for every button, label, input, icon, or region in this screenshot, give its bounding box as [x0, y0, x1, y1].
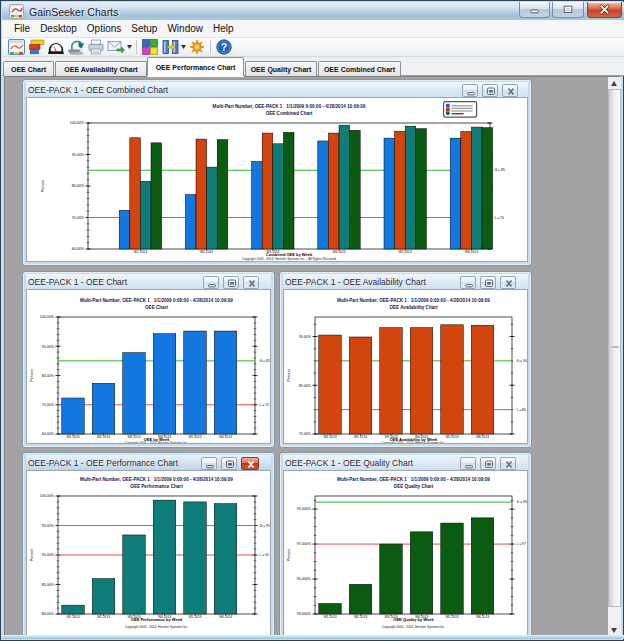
child-minimize-button[interactable]	[462, 84, 478, 97]
svg-text:95.00%: 95.00%	[299, 335, 312, 339]
svg-text:OEE Performance by Week: OEE Performance by Week	[131, 617, 183, 622]
child-minimize-button[interactable]	[201, 457, 217, 470]
child-window-titlebar[interactable]: OEE-PACK 1 - OEE Availability Chart	[283, 274, 528, 289]
menu-help[interactable]: Help	[208, 21, 239, 36]
send-mail-dropdown-caret[interactable]	[126, 38, 133, 56]
child-close-button[interactable]	[243, 276, 259, 289]
tab-oee-availability-chart[interactable]: OEE Availability Chart	[55, 61, 147, 76]
child-maximize-button[interactable]	[480, 276, 496, 289]
switch-window-dropdown-caret[interactable]	[180, 38, 187, 56]
svg-text:W2 2013: W2 2013	[200, 250, 213, 254]
maximize-button[interactable]	[552, 2, 584, 18]
child-maximize-button[interactable]	[480, 457, 496, 470]
svg-text:Multi-Part Number, OEE-PACK 1: Multi-Part Number, OEE-PACK 1 1/1/2009 0…	[337, 477, 490, 482]
child-maximize-button[interactable]	[221, 457, 237, 470]
svg-text:W6 2013: W6 2013	[465, 250, 478, 254]
desktop-lamp-icon[interactable]	[66, 38, 86, 56]
child-minimize-button[interactable]	[460, 276, 476, 289]
child-minimize-button[interactable]	[460, 457, 476, 470]
child-window-oee-chart[interactable]: OEE-PACK 1 - OEE Chart Multi-Part Number…	[22, 271, 275, 448]
svg-text:G = 85: G = 85	[260, 359, 270, 363]
svg-text:Percent: Percent	[30, 369, 34, 381]
chart-report-icon[interactable]	[6, 38, 26, 56]
menu-desktop[interactable]: Desktop	[35, 21, 82, 36]
scroll-grip	[611, 346, 619, 348]
tab-oee-performance-chart[interactable]: OEE Performance Chart	[147, 57, 244, 76]
svg-text:70.00%: 70.00%	[42, 403, 55, 407]
svg-text:OEE Chart: OEE Chart	[145, 305, 168, 310]
child-maximize-button[interactable]	[482, 84, 498, 97]
down-arrow-icon	[611, 628, 617, 633]
child-window-titlebar[interactable]: OEE-PACK 1 - OEE Combined Chart	[26, 82, 528, 97]
child-window-oee-combined-chart[interactable]: OEE-PACK 1 - OEE Combined Chart Multi-Pa…	[22, 79, 532, 266]
child-window-title: OEE-PACK 1 - OEE Quality Chart	[285, 458, 413, 468]
toolbar: ?	[2, 38, 624, 57]
toolbar-separator	[136, 40, 137, 54]
help-icon[interactable]: ?	[214, 38, 234, 56]
child-window-oee-quality-chart[interactable]: OEE-PACK 1 - OEE Quality Chart Multi-Par…	[279, 452, 532, 637]
child-close-button[interactable]	[500, 457, 516, 470]
svg-text:OEE Quality by Week: OEE Quality by Week	[393, 617, 434, 622]
switch-window-icon[interactable]	[160, 38, 180, 56]
child-close-button[interactable]	[502, 84, 518, 97]
svg-text:OEE Quality Chart: OEE Quality Chart	[394, 484, 434, 489]
svg-text:75.00%: 75.00%	[299, 432, 312, 436]
child-window-titlebar[interactable]: OEE-PACK 1 - OEE Chart	[26, 274, 271, 289]
app-titlebar[interactable]: GainSeeker Charts	[2, 2, 624, 21]
svg-text:L = 80: L = 80	[517, 408, 527, 412]
menu-window[interactable]: Window	[162, 21, 208, 36]
svg-text:OEE Availability Chart: OEE Availability Chart	[389, 305, 438, 310]
svg-text:W5 2013: W5 2013	[399, 250, 412, 254]
menu-setup[interactable]: Setup	[126, 21, 162, 36]
tab-oee-chart[interactable]: OEE Chart	[3, 61, 54, 76]
oee-performance-chart-canvas: Multi-Part Number, OEE-PACK 1 1/1/2009 0…	[26, 470, 271, 637]
mdi-client-area: OEE-PACK 1 - OEE Combined Chart Multi-Pa…	[4, 76, 621, 637]
svg-text:60.00%: 60.00%	[72, 247, 85, 251]
print-icon[interactable]	[86, 38, 106, 56]
child-minimize-button[interactable]	[203, 276, 219, 289]
svg-text:100.00%: 100.00%	[40, 315, 55, 319]
tab-oee-combined-chart[interactable]: OEE Combined Chart	[318, 61, 401, 76]
svg-text:85.00%: 85.00%	[42, 583, 55, 587]
svg-text:W2 2013: W2 2013	[354, 435, 367, 439]
child-window-titlebar[interactable]: OEE-PACK 1 - OEE Quality Chart	[283, 455, 528, 470]
svg-text:Copyright 2000 - 2014, Hertzle: Copyright 2000 - 2014, Hertzler Systems …	[125, 625, 189, 629]
svg-text:OEE Performance Chart: OEE Performance Chart	[130, 484, 183, 489]
svg-text:G = 85: G = 85	[495, 168, 505, 172]
child-window-titlebar[interactable]: OEE-PACK 1 - OEE Performance Chart	[26, 455, 271, 470]
window-bottom-frame	[2, 635, 624, 639]
close-button[interactable]	[587, 2, 622, 18]
svg-text:Multi-Part Number, OEE-PACK 1: Multi-Part Number, OEE-PACK 1 1/1/2009 0…	[213, 104, 366, 109]
svg-text:G = 99.4: G = 99.4	[517, 500, 528, 504]
vertical-scrollbar[interactable]	[608, 77, 621, 636]
menu-file[interactable]: File	[9, 21, 35, 36]
svg-text:Percent: Percent	[287, 549, 291, 561]
minimize-button[interactable]	[519, 2, 550, 18]
svg-text:Multi-Part Number, OEE-PACK 1: Multi-Part Number, OEE-PACK 1 1/1/2009 0…	[80, 298, 233, 303]
child-window-controls	[462, 84, 518, 97]
child-close-button[interactable]	[241, 457, 259, 470]
child-window-title: OEE-PACK 1 - OEE Availability Chart	[285, 277, 426, 287]
svg-text:W1 2013: W1 2013	[134, 250, 147, 254]
child-close-button[interactable]	[500, 276, 516, 289]
child-maximize-button[interactable]	[223, 276, 239, 289]
child-window-oee-availability-chart[interactable]: OEE-PACK 1 - OEE Availability Chart Mult…	[279, 271, 532, 448]
tile-windows-icon[interactable]	[140, 38, 160, 56]
pareto-chart-icon[interactable]	[26, 38, 46, 56]
tab-oee-quality-chart[interactable]: OEE Quality Chart	[245, 61, 317, 76]
svg-text:70.00%: 70.00%	[72, 216, 85, 220]
svg-text:?: ?	[221, 41, 227, 53]
gauge-icon[interactable]	[46, 38, 66, 56]
send-mail-icon[interactable]	[106, 38, 126, 56]
sun-settings-icon[interactable]	[187, 38, 207, 56]
child-window-oee-performance-chart[interactable]: OEE-PACK 1 - OEE Performance Chart Multi…	[22, 452, 275, 637]
svg-text:93.000%: 93.000%	[297, 612, 312, 616]
scroll-thumb[interactable]	[608, 89, 621, 607]
svg-text:Copyright 2000 - 2014, Hertzle: Copyright 2000 - 2014, Hertzler Systems …	[242, 257, 336, 261]
oee-availability-chart-canvas: Multi-Part Number, OEE-PACK 1 1/1/2009 0…	[283, 289, 528, 444]
child-window-controls	[201, 457, 259, 470]
svg-text:L = 90: L = 90	[260, 553, 270, 557]
svg-text:W1 2013: W1 2013	[323, 615, 336, 619]
toolbar-separator	[210, 40, 211, 54]
menu-options[interactable]: Options	[82, 21, 126, 36]
